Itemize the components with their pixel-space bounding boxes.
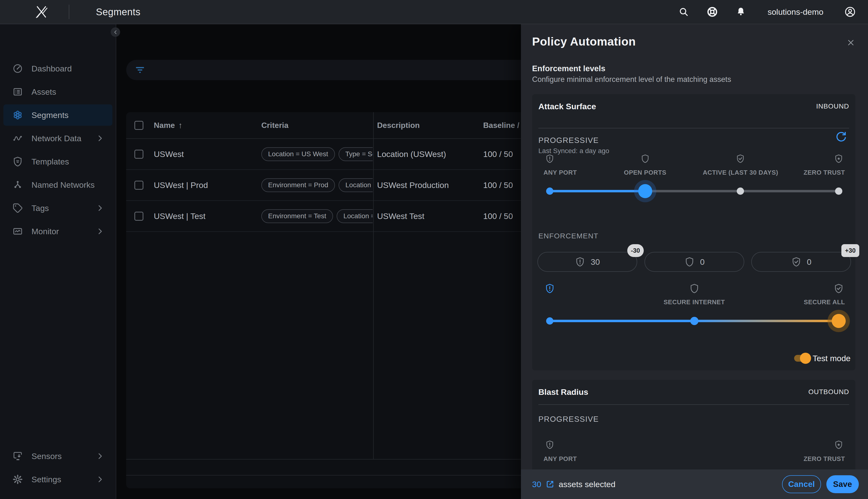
sidebar-item-dashboard[interactable]: Dashboard: [3, 58, 112, 79]
shield-check-icon: [735, 154, 745, 163]
level-label-secure-internet[interactable]: SECURE INTERNET: [664, 299, 725, 306]
level-label-active[interactable]: ACTIVE (LAST 30 DAYS): [703, 169, 778, 177]
selected-assets-text: assets selected: [559, 479, 616, 489]
selected-assets-count[interactable]: 30: [532, 479, 541, 489]
sidebar-item-monitor[interactable]: Monitor: [3, 221, 112, 242]
attack-surface-slider: ANY PORT OPEN PORTS ACTIVE (LAST 30 DAYS…: [550, 190, 839, 192]
segment-description: USWest Test: [377, 211, 424, 221]
segment-name: USWest: [154, 149, 184, 159]
sidebar-item-assets[interactable]: Assets: [3, 81, 112, 102]
criteria-pill: Location = US: [338, 178, 373, 192]
column-header-description[interactable]: Description: [377, 121, 420, 130]
settings-gear-icon: [12, 474, 23, 485]
criteria-pill: Location = US: [337, 209, 373, 223]
monitor-icon: [12, 226, 23, 237]
sidebar-item-settings[interactable]: Settings: [3, 469, 112, 490]
named-networks-icon: [12, 179, 23, 191]
segment-name: USWest | Prod: [154, 181, 208, 190]
slider-thumb[interactable]: [832, 314, 846, 328]
search-icon[interactable]: [678, 5, 690, 18]
progressive-label: PROGRESSIVE: [538, 136, 599, 145]
enforcement-value: 0: [700, 257, 705, 267]
level-label-any-port[interactable]: ANY PORT: [544, 455, 577, 463]
sidebar-item-label: Settings: [32, 475, 61, 484]
sidebar-item-network-data[interactable]: Network Data: [3, 127, 112, 149]
refresh-icon[interactable]: [834, 131, 847, 143]
column-header-criteria[interactable]: Criteria: [261, 121, 288, 130]
card-divider: [538, 128, 849, 129]
sidebar-item-label: Assets: [32, 87, 56, 97]
app-logo-icon[interactable]: [31, 1, 52, 22]
column-divider[interactable]: [373, 112, 374, 459]
level-label-any-port[interactable]: ANY PORT: [544, 169, 577, 177]
slider-stop[interactable]: [737, 187, 744, 195]
row-checkbox[interactable]: [134, 150, 144, 159]
row-checkbox[interactable]: [134, 212, 144, 221]
external-link-icon[interactable]: [545, 479, 555, 489]
enforcement-button-any-port[interactable]: 30: [537, 252, 637, 272]
sidebar-item-label: Network Data: [32, 134, 82, 143]
inbound-label: INBOUND: [816, 102, 849, 110]
level-label-zero-trust[interactable]: ZERO TRUST: [804, 455, 845, 463]
help-lifering-icon[interactable]: [706, 5, 719, 18]
sidebar-item-label: Named Networks: [32, 180, 95, 190]
sort-ascending-icon[interactable]: ↑: [178, 121, 182, 130]
sidebar-item-templates[interactable]: Templates: [3, 151, 112, 172]
shield-icon: [689, 283, 700, 294]
sidebar-item-label: Tags: [32, 204, 49, 213]
slider-stop[interactable]: [546, 317, 554, 325]
segment-baseline: 100 / 50: [483, 181, 513, 190]
sidebar: Dashboard Assets: [0, 24, 116, 499]
level-label-secure-all[interactable]: SECURE ALL: [804, 299, 845, 306]
row-checkbox[interactable]: [134, 181, 144, 190]
shield-star-icon: [834, 154, 844, 163]
sidebar-item-named-networks[interactable]: Named Networks: [3, 174, 112, 195]
sidebar-item-sensors[interactable]: Sensors: [3, 446, 112, 467]
level-label-zero-trust[interactable]: ZERO TRUST: [804, 169, 845, 177]
level-label-open-ports[interactable]: OPEN PORTS: [624, 169, 666, 177]
notifications-bell-icon[interactable]: [734, 5, 747, 18]
column-header-baseline[interactable]: Baseline /: [483, 121, 519, 130]
attack-surface-card: Attack Surface INBOUND PROGRESSIVE Last …: [532, 94, 855, 370]
enforcement-levels-title: Enforcement levels: [532, 64, 606, 73]
shield-exclamation-icon: [575, 256, 585, 267]
save-button[interactable]: Save: [826, 475, 859, 493]
test-mode-toggle[interactable]: [794, 355, 809, 362]
shield-star-icon: [834, 440, 844, 450]
segment-name: USWest | Test: [154, 211, 206, 221]
increase-badge[interactable]: +30: [841, 244, 859, 257]
decrease-badge[interactable]: -30: [627, 244, 644, 257]
topbar-divider: [69, 4, 69, 19]
enforcement-button-active[interactable]: 0: [751, 252, 851, 272]
assets-icon: [12, 86, 23, 97]
shield-exclamation-icon: [545, 440, 555, 450]
templates-icon: [12, 156, 23, 167]
sidebar-item-label: Sensors: [32, 451, 62, 461]
sidebar-collapse-button[interactable]: [111, 27, 120, 37]
enforcement-button-open-ports[interactable]: 0: [644, 252, 744, 272]
sidebar-item-label: Monitor: [32, 227, 59, 236]
account-name[interactable]: solutions-demo: [768, 7, 823, 17]
card-divider: [538, 404, 849, 405]
sidebar-item-tags[interactable]: Tags: [3, 197, 112, 219]
slider-stop[interactable]: [835, 187, 842, 195]
column-header-name[interactable]: Name: [154, 121, 175, 130]
profile-avatar-icon[interactable]: [844, 5, 856, 18]
sidebar-item-label: Dashboard: [32, 64, 72, 73]
criteria-pill: Type = Server: [338, 147, 373, 161]
cancel-button[interactable]: Cancel: [782, 475, 821, 493]
slider-thumb[interactable]: [638, 184, 652, 198]
criteria-pill: Environment = Test: [261, 209, 333, 223]
select-all-checkbox[interactable]: [134, 121, 144, 130]
enforcement-value: 30: [591, 257, 600, 267]
slider-stop[interactable]: [546, 187, 554, 195]
slider-stop[interactable]: [690, 317, 698, 325]
sensors-icon: [12, 451, 23, 462]
shield-check-icon: [791, 256, 802, 267]
close-icon[interactable]: [845, 37, 856, 48]
sidebar-item-segments[interactable]: Segments: [3, 105, 112, 126]
enforcement-label: ENFORCEMENT: [538, 232, 598, 240]
segment-description: Location (USWest): [377, 149, 446, 159]
policy-automation-panel: Policy Automation Enforcement levels Con…: [521, 24, 868, 499]
criteria-pill: Environment = Prod: [261, 178, 335, 192]
